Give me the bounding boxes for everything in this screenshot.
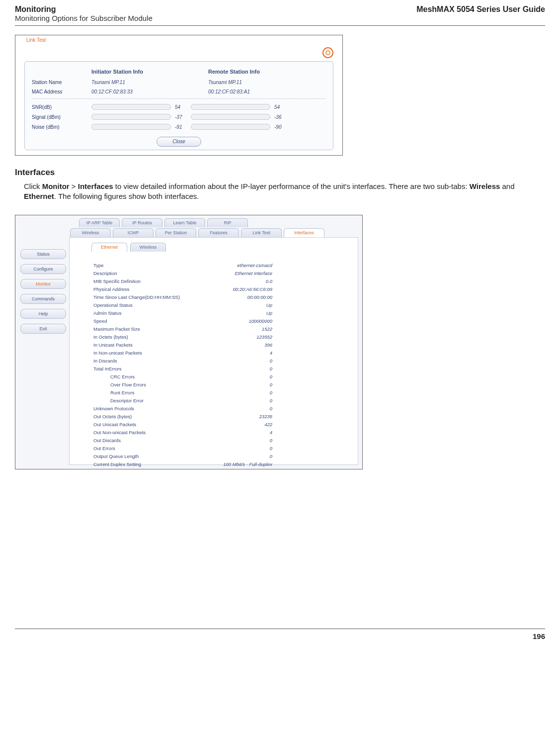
link-test-panel: Initiator Station Info Remote Station In… — [24, 61, 333, 150]
row-value: 0 — [198, 406, 272, 411]
body-paragraph: Click Monitor > Interfaces to view detai… — [24, 182, 545, 202]
snr-init: 54 — [175, 104, 187, 110]
text: Click — [24, 182, 42, 190]
row-value: 0 — [198, 446, 272, 451]
tab-interfaces[interactable]: Interfaces — [284, 228, 324, 237]
row-key: Out Errors — [93, 446, 198, 451]
tab-ip-arp-table[interactable]: IP ARP Table — [79, 218, 120, 227]
row-value: 4 — [198, 430, 272, 435]
snr-remote: 54 — [274, 104, 286, 110]
subtab-row: Ethernet Wireless — [91, 243, 166, 252]
row-key: Out Octets (bytes) — [93, 414, 198, 419]
table-row: Runt Errors0 — [93, 389, 272, 397]
mac-remote: 00:12:CF:02:83:A1 — [208, 89, 325, 94]
snr-label: SNR(dB) — [32, 104, 91, 110]
table-row: In Unicast Packets396 — [93, 341, 272, 349]
text-ethernet: Ethernet — [24, 192, 54, 200]
row-value: 0.0 — [198, 278, 272, 284]
table-row: Output Queue Length0 — [93, 453, 272, 460]
signal-label: Signal (dBm) — [32, 114, 91, 120]
table-row: Time Since Last Change(DD:HH:MM:SS)00:00… — [93, 293, 272, 301]
row-key: Physical Address — [93, 286, 198, 292]
table-row: Out Non-unicast Packets4 — [93, 429, 272, 437]
row-value: 00:00:00:00 — [198, 294, 272, 300]
row-key: In Discards — [93, 358, 198, 364]
row-key: Unknown Protocols — [93, 406, 198, 411]
tab-features[interactable]: Features — [198, 228, 239, 237]
mac-label: MAC Address — [32, 89, 91, 94]
header-title: Monitoring — [15, 5, 153, 14]
header-right: MeshMAX 5054 Series User Guide — [416, 5, 545, 22]
table-row: Physical Address00:20:A6:56:C6:09 — [93, 285, 272, 293]
row-key: Operational Status — [93, 302, 198, 308]
noise-init: -91 — [175, 124, 187, 130]
row-value: 0 — [198, 374, 272, 379]
table-row: Operational StatusUp — [93, 301, 272, 309]
nav-monitor[interactable]: Monitor — [20, 279, 66, 289]
nav-configure[interactable]: Configure — [20, 264, 66, 274]
row-value: 123552 — [198, 334, 272, 340]
table-row: Total InErrors0 — [93, 365, 272, 373]
tab-row-top: IP ARP Table IP Routes Learn Table RIP — [79, 218, 248, 227]
tab-ip-routes[interactable]: IP Routes — [122, 218, 162, 227]
tab-link-test[interactable]: Link Test — [241, 228, 282, 237]
row-value: Up — [198, 310, 272, 316]
table-row: Descriptor Error0 — [93, 397, 272, 405]
tab-wireless[interactable]: Wireless — [70, 228, 111, 237]
row-value: 23235 — [198, 414, 272, 419]
row-value: Up — [198, 302, 272, 308]
station-name-label: Station Name — [32, 80, 91, 85]
side-nav: Status Configure Monitor Commands Help E… — [20, 249, 66, 334]
row-key: Total InErrors — [93, 366, 198, 371]
text-monitor: Monitor — [42, 182, 70, 190]
link-test-title: Link Test — [15, 35, 342, 44]
col-remote: Remote Station Info — [208, 69, 325, 75]
alert-icon[interactable] — [322, 47, 333, 58]
text: . The following figures show both interf… — [54, 192, 199, 200]
row-value: 1522 — [198, 326, 272, 332]
row-value: 0 — [198, 390, 272, 395]
table-row: In Octets (bytes)123552 — [93, 333, 272, 341]
nav-status[interactable]: Status — [20, 249, 66, 259]
nav-help[interactable]: Help — [20, 309, 66, 319]
nav-exit[interactable]: Exit — [20, 324, 66, 334]
subtab-wireless[interactable]: Wireless — [130, 243, 166, 252]
row-key: Descriptor Error — [93, 398, 198, 403]
table-row: Out Discards0 — [93, 437, 272, 445]
tab-per-station[interactable]: Per Station — [156, 228, 196, 237]
row-key: In Octets (bytes) — [93, 334, 198, 340]
signal-init: -37 — [175, 114, 187, 120]
row-value: 0 — [198, 358, 272, 364]
text: to view detailed information about the I… — [113, 182, 470, 190]
row-key: Maximum Packet Size — [93, 326, 198, 332]
tab-learn-table[interactable]: Learn Table — [164, 218, 205, 227]
row-key: Admin Status — [93, 310, 198, 316]
row-key: In Unicast Packets — [93, 342, 198, 348]
table-row: Out Octets (bytes)23235 — [93, 413, 272, 421]
table-row: In Discards0 — [93, 357, 272, 365]
row-key: CRC Errors — [93, 374, 198, 379]
row-key: Output Queue Length — [93, 454, 198, 459]
row-key: MIB Specific Definition — [93, 278, 198, 284]
subtab-ethernet[interactable]: Ethernet — [91, 243, 127, 252]
table-row: Admin StatusUp — [93, 309, 272, 317]
row-value: 100 Mbit/s - Full-duplex — [198, 461, 272, 467]
table-row: Typeethernet-csmacd — [93, 262, 272, 270]
tab-row-mid: Wireless ICMP Per Station Features Link … — [70, 228, 324, 237]
nav-commands[interactable]: Commands — [20, 294, 66, 304]
table-row: Current Duplex Setting100 Mbit/s - Full-… — [93, 460, 272, 468]
table-row: MIB Specific Definition0.0 — [93, 277, 272, 285]
text-wireless: Wireless — [470, 182, 500, 190]
table-row: In Non-unicast Packets4 — [93, 349, 272, 357]
tab-rip[interactable]: RIP — [207, 218, 248, 227]
table-row: CRC Errors0 — [93, 373, 272, 381]
signal-remote: -36 — [274, 114, 286, 120]
tab-icmp[interactable]: ICMP — [113, 228, 154, 237]
station-name-init: Tsunami MP.11 — [91, 80, 208, 85]
svg-point-0 — [326, 51, 330, 55]
interface-data-table: Typeethernet-csmacdDescriptionEthernet I… — [93, 262, 272, 468]
close-button[interactable]: Close — [157, 137, 201, 147]
row-value: ethernet-csmacd — [198, 263, 272, 268]
content-area: Ethernet Wireless Typeethernet-csmacdDes… — [69, 237, 358, 465]
page-header: Monitoring Monitoring Options for Subscr… — [15, 5, 545, 26]
